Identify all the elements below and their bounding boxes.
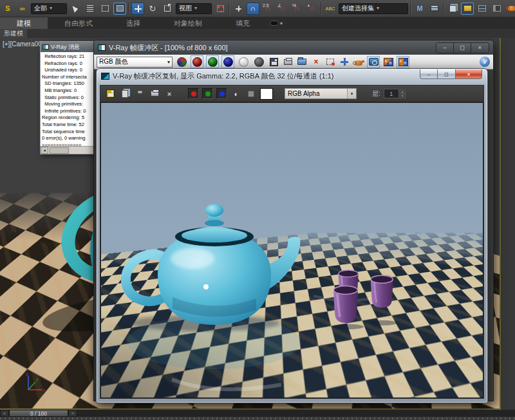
next-frame-button[interactable]: >: [68, 410, 77, 417]
channel-dropdown[interactable]: RGB 颜色 ▾: [97, 57, 173, 68]
select-object-icon[interactable]: [69, 3, 82, 15]
close-button[interactable]: ×: [455, 69, 482, 79]
maximize-button[interactable]: ◻: [454, 43, 471, 53]
print-image-button[interactable]: [149, 88, 160, 99]
snaps-toggle-icon[interactable]: ∩: [247, 3, 259, 15]
schematic-view-icon[interactable]: [491, 3, 503, 15]
reference-coordinate-dropdown[interactable]: 视图 ▾: [176, 3, 212, 14]
close-button[interactable]: ×: [471, 43, 489, 53]
load-image-button[interactable]: [296, 57, 308, 68]
region-render-button[interactable]: [324, 57, 336, 68]
select-scale-icon[interactable]: [161, 3, 174, 15]
ribbon-minimize-dropdown[interactable]: ▾: [267, 17, 286, 29]
maximize-button[interactable]: ◻: [438, 69, 455, 79]
previous-frame-button[interactable]: <: [0, 410, 9, 417]
framebuffer-titlebar[interactable]: V-Ray 帧缓冲区 - [100% of 800 x 600] – ◻ ×: [94, 41, 493, 55]
rect-selection-region-icon[interactable]: [98, 3, 111, 15]
viewport-camera-label[interactable]: [+][Camera00: [3, 41, 42, 48]
percent-snap-icon[interactable]: %∩: [291, 3, 304, 15]
background-color-swatch[interactable]: [260, 88, 273, 100]
vray-messages-titlebar[interactable]: V-Ray 消息: [41, 42, 96, 52]
align-icon[interactable]: [428, 3, 441, 15]
rgb-channels-icon[interactable]: [175, 55, 188, 68]
track-mouse-button[interactable]: [339, 57, 350, 68]
scrollbar-thumb[interactable]: [50, 147, 69, 154]
use-pivot-center-icon[interactable]: [214, 3, 227, 15]
alpha-channel-icon[interactable]: [252, 55, 265, 68]
angle-snap-icon[interactable]: ∠∩: [276, 3, 289, 15]
copy-image-button[interactable]: [119, 88, 131, 99]
snap-25-icon[interactable]: 2.5∩: [261, 3, 274, 15]
select-rotate-icon[interactable]: ↻: [146, 3, 159, 15]
half-circle-icon: ◐: [234, 90, 239, 98]
copy-window-titlebar[interactable]: V-Ray 帧缓冲区复制, 显示 Gamma: 2.2, RGBA 颜色 32 …: [97, 69, 487, 84]
time-slider-thumb[interactable]: 0 / 100: [9, 410, 68, 417]
red-sphere-icon: [192, 57, 202, 67]
compare-button[interactable]: **: [134, 88, 145, 99]
scroll-left-arrow[interactable]: ◂: [41, 147, 48, 154]
mirror-icon[interactable]: M: [413, 3, 426, 15]
selection-filter-value: 全部: [34, 4, 47, 13]
soft-selection-icon[interactable]: ∞: [16, 3, 29, 15]
named-selection-set-dropdown[interactable]: 创建选择集 ▾: [339, 3, 408, 14]
blue-channel-icon[interactable]: [221, 55, 234, 68]
clear-image-button[interactable]: ×: [310, 57, 322, 68]
spinner-snap-icon[interactable]: ▲∩: [306, 3, 319, 15]
framebuffer-title: V-Ray 帧缓冲区 - [100% of 800 x 600]: [109, 43, 433, 53]
vray-messages-title: V-Ray 消息: [51, 43, 80, 51]
copy-window-controls: – ◻ ×: [420, 69, 482, 79]
tab-object-paint[interactable]: 对象绘制: [157, 17, 219, 29]
blue-channel-button[interactable]: [216, 88, 227, 99]
alpha-square-icon: [248, 91, 254, 97]
green-dot-icon: [205, 91, 211, 96]
render-last-button[interactable]: [353, 57, 364, 68]
mono-channel-icon[interactable]: [237, 55, 250, 68]
select-manipulate-icon[interactable]: [232, 3, 245, 15]
chevron-down-icon: ▾: [280, 21, 283, 26]
time-slider-track[interactable]: < 0 / 100 >: [0, 410, 515, 417]
minimize-button[interactable]: –: [436, 43, 454, 53]
panel-polygon-modeling[interactable]: 形建模: [0, 29, 27, 38]
keyboard-shortcut-override-icon[interactable]: ABC: [324, 3, 337, 15]
track-bar-ticks[interactable]: [0, 417, 515, 420]
tab-populate[interactable]: 填充: [219, 17, 267, 29]
rendered-image[interactable]: [100, 102, 483, 398]
monochrome-button[interactable]: ◐: [230, 88, 242, 99]
red-channel-icon[interactable]: [191, 55, 203, 68]
spin-up-icon[interactable]: ▲: [400, 89, 406, 94]
save-image-button[interactable]: [268, 57, 279, 68]
select-by-name-icon[interactable]: [84, 3, 97, 15]
scene-explorer-icon[interactable]: [461, 3, 474, 15]
stereo-view-button[interactable]: [367, 56, 380, 68]
render-setup-icon[interactable]: [505, 3, 515, 15]
ab-compare-horizontal-button[interactable]: AB: [382, 57, 394, 68]
mirror-bones-icon[interactable]: S: [1, 3, 14, 15]
layer-manager-icon[interactable]: [446, 3, 459, 15]
horizontal-scrollbar[interactable]: ◂: [41, 146, 96, 154]
green-channel-icon[interactable]: [206, 55, 219, 68]
ribbon-tab-bar: 建模 自由形式 选择 对象绘制 填充 ▾: [0, 17, 515, 29]
vray-messages-window: V-Ray 消息 Reflection rays: 21 Refraction …: [40, 41, 97, 154]
curve-editor-icon[interactable]: [476, 3, 489, 15]
vray-logo-icon: V: [479, 57, 491, 68]
print-image-button[interactable]: [282, 57, 294, 68]
alpha-button[interactable]: [245, 88, 257, 99]
window-crossing-icon[interactable]: [113, 3, 126, 15]
save-image-button[interactable]: [104, 88, 116, 99]
minimize-button[interactable]: –: [420, 69, 438, 79]
spin-down-icon[interactable]: ▼: [400, 94, 406, 98]
scale-box-icon: [164, 5, 171, 12]
tab-freeform[interactable]: 自由形式: [48, 17, 109, 29]
tab-selection[interactable]: 选择: [109, 17, 157, 29]
selection-filter-dropdown[interactable]: 全部 ▾: [31, 3, 67, 14]
red-channel-button[interactable]: [188, 88, 199, 99]
copy-window-icon: [101, 73, 109, 80]
channel-mode-dropdown[interactable]: RGB Alpha ▾: [285, 88, 357, 99]
tab-modeling[interactable]: 建模: [0, 17, 48, 29]
ab-compare-vertical-button[interactable]: AB: [397, 56, 409, 68]
log-line: Moving primitives:: [42, 101, 96, 108]
green-channel-button[interactable]: [202, 88, 213, 99]
layer-spinner[interactable]: 1 ▲ ▼: [384, 89, 406, 98]
select-move-icon[interactable]: [131, 3, 144, 15]
clear-image-button[interactable]: ×: [164, 88, 175, 99]
